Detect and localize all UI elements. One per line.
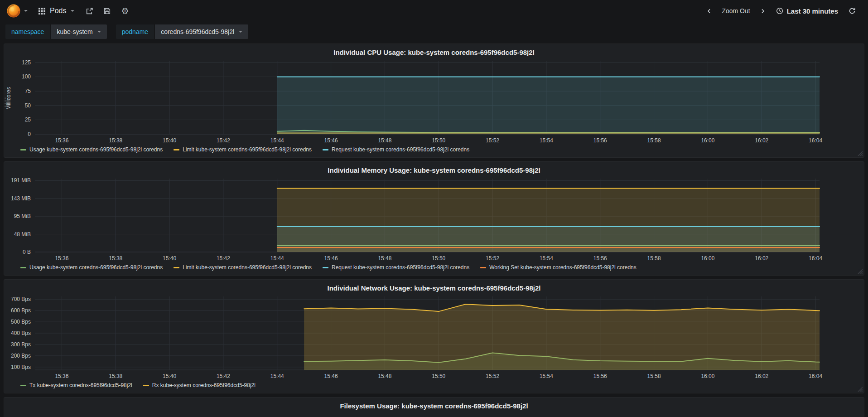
legend-label: Request kube-system coredns-695f96dcd5-9…: [332, 146, 469, 153]
zoom-out-button[interactable]: Zoom Out: [718, 5, 753, 17]
svg-text:200 Bps: 200 Bps: [11, 353, 31, 359]
panel-title[interactable]: Individual Network Usage: kube-system co…: [9, 282, 859, 293]
svg-text:15:50: 15:50: [432, 373, 445, 379]
legend-swatch: [323, 267, 328, 268]
legend-item[interactable]: Working Set kube-system coredns-695f96dc…: [480, 264, 637, 271]
svg-text:16:00: 16:00: [701, 373, 714, 379]
legend-item[interactable]: Request kube-system coredns-695f96dcd5-9…: [323, 146, 469, 153]
legend-item[interactable]: Tx kube-system coredns-695f96dcd5-98j2l: [20, 382, 132, 388]
legend-swatch: [174, 149, 179, 150]
dashboard-grid: Individual CPU Usage: kube-system coredn…: [0, 42, 868, 417]
legend-item[interactable]: Limit kube-system coredns-695f96dcd5-98j…: [174, 264, 312, 271]
svg-text:15:42: 15:42: [217, 373, 230, 379]
dashboard-caret-icon: [71, 10, 74, 12]
legend-item[interactable]: Usage kube-system coredns-695f96dcd5-98j…: [20, 264, 163, 271]
panel-resize-handle[interactable]: [857, 268, 863, 274]
svg-text:15:50: 15:50: [432, 137, 445, 144]
refresh-button[interactable]: [844, 4, 861, 18]
svg-text:25: 25: [25, 116, 31, 123]
legend-swatch: [174, 267, 179, 268]
panel-resize-handle[interactable]: [857, 386, 863, 392]
cpu-chart-canvas[interactable]: 025507510012515:3615:3815:4015:4215:4415…: [9, 57, 859, 146]
panel-memory-usage: Individual Memory Usage: kube-system cor…: [4, 161, 864, 276]
navbar: Pods ⚙: [0, 0, 868, 22]
dashboard-picker[interactable]: Pods: [32, 3, 81, 19]
clock-icon: [776, 7, 783, 15]
y-axis-label: Millicores: [5, 87, 12, 110]
legend-item[interactable]: Limit kube-system coredns-695f96dcd5-98j…: [174, 146, 312, 153]
chevron-right-icon: [760, 8, 766, 15]
namespace-label: namespace: [5, 24, 50, 39]
svg-text:500 Bps: 500 Bps: [11, 319, 31, 325]
svg-text:300 Bps: 300 Bps: [11, 341, 31, 348]
share-button[interactable]: [81, 4, 98, 19]
svg-text:75: 75: [25, 88, 31, 94]
podname-label: podname: [116, 24, 154, 39]
grafana-logo-icon: [6, 4, 21, 18]
legend-swatch: [480, 267, 486, 268]
svg-text:15:48: 15:48: [378, 137, 391, 144]
legend-label: Limit kube-system coredns-695f96dcd5-98j…: [183, 146, 312, 153]
svg-text:15:58: 15:58: [647, 373, 661, 379]
legend-swatch: [143, 385, 149, 386]
save-button[interactable]: [98, 4, 116, 19]
time-back-button[interactable]: [701, 4, 717, 18]
memory-chart-canvas[interactable]: 0 B48 MiB95 MiB143 MiB191 MiB15:3615:381…: [9, 175, 859, 264]
share-icon: [86, 7, 93, 15]
svg-text:16:02: 16:02: [755, 137, 768, 144]
svg-text:15:54: 15:54: [540, 137, 553, 144]
save-icon: [103, 7, 111, 15]
gear-icon: ⚙: [121, 7, 129, 15]
legend-swatch: [20, 149, 26, 150]
svg-text:400 Bps: 400 Bps: [11, 330, 31, 336]
chart-legend: Usage kube-system coredns-695f96dcd5-98j…: [9, 264, 859, 271]
svg-text:15:56: 15:56: [593, 373, 607, 379]
chart-legend: Tx kube-system coredns-695f96dcd5-98j2lR…: [9, 382, 859, 388]
refresh-icon: [849, 7, 856, 15]
time-range-label: Last 30 minutes: [787, 7, 838, 15]
namespace-select[interactable]: kube-system: [51, 24, 106, 39]
svg-text:16:04: 16:04: [809, 255, 822, 262]
svg-text:15:40: 15:40: [163, 137, 176, 144]
svg-text:16:00: 16:00: [701, 137, 714, 144]
legend-item[interactable]: Rx kube-system coredns-695f96dcd5-98j2l: [143, 382, 256, 388]
filesystem-chart-canvas[interactable]: [9, 411, 859, 417]
svg-text:15:48: 15:48: [378, 373, 391, 379]
grafana-logo[interactable]: [4, 1, 32, 21]
svg-text:15:44: 15:44: [270, 255, 284, 262]
svg-text:15:46: 15:46: [324, 373, 338, 379]
logo-caret-icon: [24, 10, 28, 12]
network-chart-canvas[interactable]: 100 Bps200 Bps300 Bps400 Bps500 Bps600 B…: [9, 293, 859, 382]
chart-legend: Usage kube-system coredns-695f96dcd5-98j…: [9, 146, 859, 153]
svg-text:15:58: 15:58: [647, 137, 661, 144]
svg-text:15:50: 15:50: [432, 255, 445, 262]
time-forward-button[interactable]: [755, 4, 771, 18]
legend-item[interactable]: Usage kube-system coredns-695f96dcd5-98j…: [20, 146, 163, 153]
dashboard-title: Pods: [50, 7, 66, 15]
svg-text:16:02: 16:02: [755, 255, 768, 262]
panel-filesystem-usage: Filesystem Usage: kube-system coredns-69…: [4, 397, 864, 417]
variable-podname: podname coredns-695f96dcd5-98j2l: [116, 24, 248, 39]
time-range-picker[interactable]: Last 30 minutes: [772, 5, 843, 18]
legend-label: Usage kube-system coredns-695f96dcd5-98j…: [29, 146, 163, 153]
legend-item[interactable]: Request kube-system coredns-695f96dcd5-9…: [323, 264, 469, 271]
namespace-value: kube-system: [57, 28, 92, 35]
svg-text:15:42: 15:42: [217, 137, 230, 144]
svg-text:15:42: 15:42: [217, 255, 230, 262]
svg-text:48 MiB: 48 MiB: [14, 231, 31, 238]
svg-text:15:52: 15:52: [486, 137, 499, 144]
legend-label: Request kube-system coredns-695f96dcd5-9…: [332, 264, 469, 271]
settings-button[interactable]: ⚙: [116, 3, 134, 19]
svg-text:191 MiB: 191 MiB: [11, 177, 31, 184]
legend-swatch: [20, 267, 26, 268]
svg-text:15:48: 15:48: [378, 255, 391, 262]
svg-text:15:40: 15:40: [163, 373, 176, 379]
svg-text:15:52: 15:52: [486, 255, 499, 262]
panel-title[interactable]: Individual CPU Usage: kube-system coredn…: [9, 47, 859, 57]
panel-title[interactable]: Individual Memory Usage: kube-system cor…: [9, 165, 859, 175]
svg-text:15:46: 15:46: [324, 137, 338, 144]
podname-select[interactable]: coredns-695f96dcd5-98j2l: [155, 24, 248, 39]
svg-text:15:40: 15:40: [163, 255, 176, 262]
panel-title[interactable]: Filesystem Usage: kube-system coredns-69…: [9, 400, 859, 411]
panel-resize-handle[interactable]: [857, 150, 863, 156]
